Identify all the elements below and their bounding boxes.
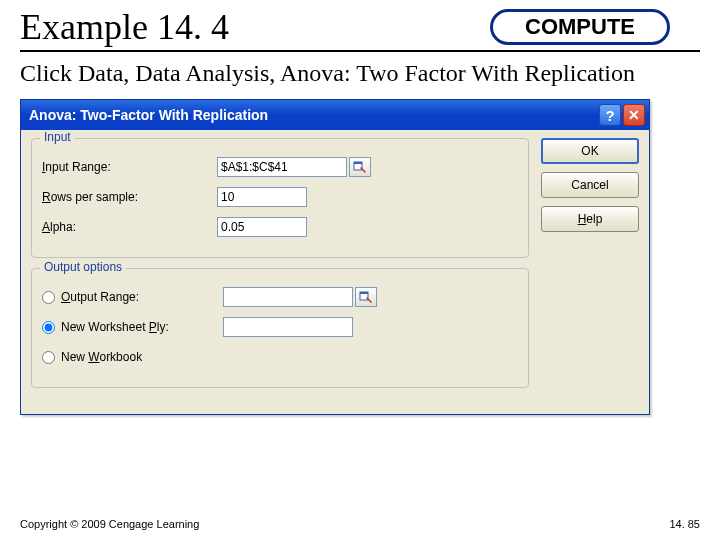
output-range-radio[interactable]	[42, 291, 55, 304]
help-button[interactable]: Help	[541, 206, 639, 232]
alpha-field[interactable]	[217, 217, 307, 237]
output-group-title: Output options	[40, 260, 126, 274]
title-underline	[20, 50, 700, 52]
example-title: Example 14. 4	[20, 6, 229, 48]
page-number: 14. 85	[669, 518, 700, 530]
input-group-title: Input	[40, 130, 75, 144]
output-range-label: Output Range:	[61, 290, 223, 304]
svg-rect-1	[354, 162, 362, 164]
alpha-label: Alpha:	[42, 220, 217, 234]
range-picker-icon[interactable]	[349, 157, 371, 177]
new-worksheet-ply-radio[interactable]	[42, 321, 55, 334]
input-range-field[interactable]	[217, 157, 347, 177]
new-workbook-label: New Workbook	[61, 350, 223, 364]
titlebar-help-icon[interactable]: ?	[599, 104, 621, 126]
input-range-label: Input Range:	[42, 160, 217, 174]
copyright-text: Copyright © 2009 Cengage Learning	[20, 518, 669, 530]
output-range-field	[223, 287, 353, 307]
new-workbook-radio[interactable]	[42, 351, 55, 364]
rows-per-sample-field[interactable]	[217, 187, 307, 207]
output-range-picker-icon[interactable]	[355, 287, 377, 307]
ok-button[interactable]: OK	[541, 138, 639, 164]
compute-badge: COMPUTE	[490, 9, 670, 45]
new-worksheet-ply-field[interactable]	[223, 317, 353, 337]
instruction-text: Click Data, Data Analysis, Anova: Two Fa…	[0, 58, 720, 99]
output-options-group: Output options Output Range: New Workshe…	[31, 268, 529, 388]
svg-rect-3	[360, 292, 368, 294]
rows-per-sample-label: Rows per sample:	[42, 190, 217, 204]
close-icon[interactable]: ✕	[623, 104, 645, 126]
cancel-button[interactable]: Cancel	[541, 172, 639, 198]
input-group: Input Input Range: Rows per sample: Alph…	[31, 138, 529, 258]
anova-dialog: Anova: Two-Factor With Replication ? ✕ I…	[20, 99, 650, 415]
dialog-titlebar[interactable]: Anova: Two-Factor With Replication ? ✕	[21, 100, 649, 130]
new-worksheet-ply-label: New Worksheet Ply:	[61, 320, 223, 334]
dialog-title: Anova: Two-Factor With Replication	[29, 107, 597, 123]
